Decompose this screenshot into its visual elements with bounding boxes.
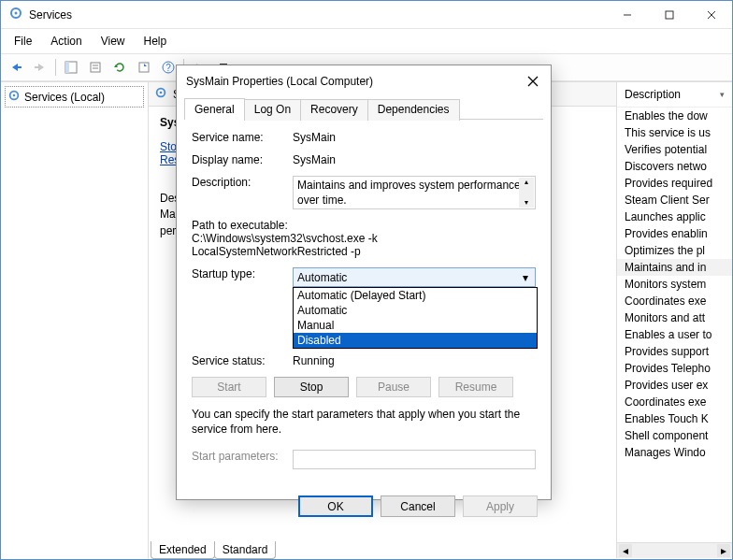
list-item[interactable]: Optimizes the pl <box>617 242 732 259</box>
dialog-close-button[interactable] <box>525 73 541 90</box>
show-hide-button[interactable] <box>60 56 82 79</box>
resume-button: Resume <box>438 377 513 397</box>
value-description: Maintains and improves system performanc… <box>297 179 521 207</box>
maximize-button[interactable] <box>648 1 690 28</box>
tab-dependencies[interactable]: Dependencies <box>367 99 460 121</box>
list-item[interactable]: Provides support <box>617 343 732 360</box>
column-header[interactable]: Description ▾ <box>617 82 732 108</box>
properties-dialog: SysMain Properties (Local Computer) Gene… <box>176 65 552 500</box>
export-button[interactable] <box>133 56 155 79</box>
gear-icon <box>7 89 21 105</box>
description-list[interactable]: Enables the dowThis service is usVerifie… <box>617 108 732 542</box>
startup-type-dropdown: Automatic (Delayed Start) Automatic Manu… <box>293 287 538 349</box>
value-path: C:\Windows\system32\svchost.exe -k Local… <box>192 232 536 258</box>
description-scrollbar[interactable]: ▴ ▾ <box>519 178 534 208</box>
services-icon <box>8 6 23 23</box>
svg-rect-12 <box>91 63 100 72</box>
tab-logon[interactable]: Log On <box>244 99 301 121</box>
list-item[interactable]: This service is us <box>617 124 732 141</box>
dialog-titlebar: SysMain Properties (Local Computer) <box>177 65 551 97</box>
list-item[interactable]: Provides enablin <box>617 225 732 242</box>
label-description: Description: <box>192 176 293 189</box>
menu-file[interactable]: File <box>7 31 39 51</box>
list-item[interactable]: Provides user ex <box>617 377 732 394</box>
label-service-name: Service name: <box>192 131 293 144</box>
close-button[interactable] <box>690 1 732 28</box>
option-automatic[interactable]: Automatic <box>294 303 537 318</box>
start-button: Start <box>192 377 266 397</box>
list-item[interactable]: Provides Telepho <box>617 360 732 377</box>
svg-point-23 <box>13 94 16 97</box>
option-disabled[interactable]: Disabled <box>294 333 537 348</box>
svg-rect-11 <box>65 62 69 73</box>
scroll-up-icon[interactable]: ▴ <box>525 178 528 187</box>
label-path: Path to executable: <box>192 219 536 232</box>
list-item[interactable]: Monitors and att <box>617 309 732 326</box>
list-item[interactable]: Enables a user to <box>617 326 732 343</box>
description-box[interactable]: Maintains and improves system performanc… <box>293 176 536 209</box>
minimize-button[interactable] <box>606 1 648 28</box>
scroll-left-icon[interactable]: ◂ <box>619 544 632 557</box>
list-item[interactable]: Shell component <box>617 427 732 444</box>
option-manual[interactable]: Manual <box>294 318 537 333</box>
list-item[interactable]: Monitors system <box>617 276 732 293</box>
view-tabs: Extended Standard <box>151 541 275 559</box>
dialog-body: Service name: SysMain Display name: SysM… <box>177 120 551 486</box>
back-button[interactable] <box>5 56 27 79</box>
ok-button[interactable]: OK <box>298 495 373 517</box>
tree-pane: Services (Local) <box>1 82 149 558</box>
start-params-input[interactable] <box>293 450 536 469</box>
refresh-button[interactable] <box>108 56 131 79</box>
horizontal-scrollbar[interactable]: ◂ ▸ <box>617 542 732 558</box>
chevron-down-icon: ▾ <box>720 90 725 99</box>
startup-type-value: Automatic <box>297 271 347 284</box>
apply-button: Apply <box>463 495 538 517</box>
scroll-right-icon[interactable]: ▸ <box>717 544 730 557</box>
list-item[interactable]: Maintains and in <box>617 259 732 276</box>
svg-marker-17 <box>144 64 147 66</box>
tab-standard[interactable]: Standard <box>214 541 277 559</box>
cancel-button[interactable]: Cancel <box>381 495 455 517</box>
start-params-hint: You can specify the start parameters tha… <box>192 407 536 437</box>
svg-rect-3 <box>666 11 673 19</box>
titlebar: Services <box>1 1 732 29</box>
dialog-title: SysMain Properties (Local Computer) <box>186 75 525 88</box>
menu-view[interactable]: View <box>93 31 133 51</box>
tab-extended[interactable]: Extended <box>151 541 215 559</box>
column-header-label: Description <box>625 88 681 101</box>
stop-button[interactable]: Stop <box>274 377 349 397</box>
label-start-params: Start parameters: <box>192 450 293 463</box>
chevron-down-icon: ▾ <box>520 271 531 284</box>
description-column: Description ▾ Enables the dowThis servic… <box>616 82 732 558</box>
list-item[interactable]: Launches applic <box>617 208 732 225</box>
properties-button[interactable] <box>84 56 107 79</box>
dialog-tabs: General Log On Recovery Dependencies <box>184 97 543 120</box>
list-item[interactable]: Steam Client Ser <box>617 192 732 208</box>
menu-action[interactable]: Action <box>43 31 89 51</box>
list-item[interactable]: Coordinates exe <box>617 293 732 309</box>
list-item[interactable]: Discovers netwo <box>617 158 732 175</box>
menu-help[interactable]: Help <box>137 31 175 51</box>
forward-button[interactable] <box>29 56 51 79</box>
list-item[interactable]: Verifies potential <box>617 141 732 158</box>
startup-type-combo[interactable]: Automatic ▾ <box>293 267 536 287</box>
svg-rect-7 <box>17 66 22 68</box>
svg-text:?: ? <box>165 63 171 73</box>
svg-point-25 <box>160 92 163 94</box>
pause-button: Pause <box>356 377 431 397</box>
list-item[interactable]: Enables Touch K <box>617 410 732 427</box>
scroll-down-icon[interactable]: ▾ <box>525 198 528 208</box>
service-control-buttons: Start Stop Pause Resume <box>192 377 536 397</box>
option-delayed[interactable]: Automatic (Delayed Start) <box>294 288 537 303</box>
list-item[interactable]: Coordinates exe <box>617 394 732 410</box>
list-item[interactable]: Manages Windo <box>617 444 732 461</box>
tree-root-label: Services (Local) <box>24 91 105 104</box>
value-service-status: Running <box>293 354 536 367</box>
list-item[interactable]: Provides required <box>617 175 732 192</box>
tab-general[interactable]: General <box>184 98 245 120</box>
tree-root-services[interactable]: Services (Local) <box>5 86 144 108</box>
tab-recovery[interactable]: Recovery <box>300 99 368 121</box>
list-item[interactable]: Enables the dow <box>617 108 732 124</box>
label-service-status: Service status: <box>192 354 293 367</box>
window-title: Services <box>29 8 606 22</box>
